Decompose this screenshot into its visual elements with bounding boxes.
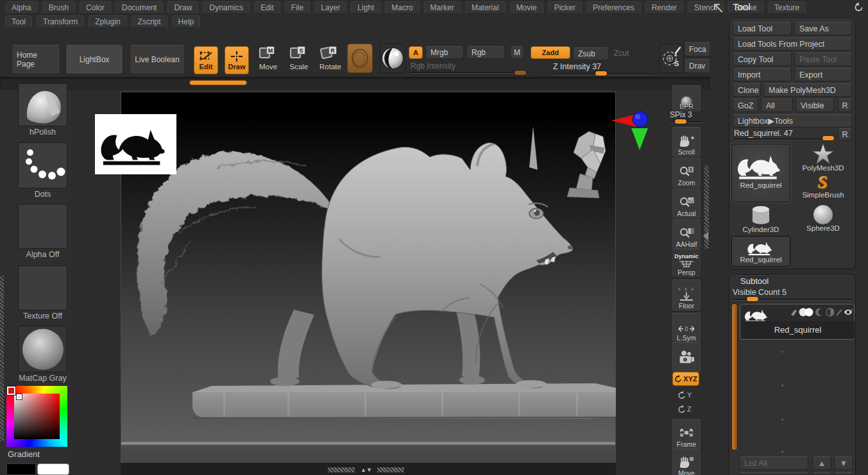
goz-button[interactable]: GoZ [733,99,758,112]
tool-item-polymesh3d[interactable]: PolyMesh3D [793,144,853,173]
divider-accent-handle[interactable] [189,80,247,85]
left-tray-scrollbar[interactable] [0,276,4,441]
draw-size-clipped[interactable]: Drav [684,59,710,73]
tool-item-red-squirrel-2[interactable]: Red_squirrel [731,236,790,267]
polypaint-brush-icon[interactable] [791,310,797,316]
menu-material[interactable]: Material [465,1,506,14]
subtool-row-selected[interactable]: Red_squirrel [740,304,855,340]
rgb-intensity-handle[interactable] [515,71,526,75]
menu-preferences[interactable]: Preferences [586,1,641,14]
current-brush-preview[interactable] [347,44,373,73]
primary-color-swatch[interactable] [37,463,69,475]
gutter-collapse-arrow[interactable] [703,232,708,240]
goz-all-button[interactable]: All [761,99,793,112]
list-all-button[interactable]: List All [739,456,808,470]
visibility-eye-icon[interactable] [844,309,852,315]
a-toggle[interactable]: A [409,46,423,59]
aahalf-button[interactable]: AAHalf [671,219,702,250]
menu-marker[interactable]: Marker [424,1,461,14]
current-material-preview[interactable] [380,44,405,73]
lightbox-button[interactable]: LightBox [65,45,123,74]
menu-macro[interactable]: Macro [385,1,419,14]
copy-tool-button[interactable]: Copy Tool [733,53,792,66]
subtool-down-button[interactable]: ▼ [834,456,853,470]
squirrel-body[interactable] [322,143,573,388]
menu-zplugin[interactable]: Zplugin [89,15,126,28]
goz-r-button[interactable]: R [838,99,852,112]
scroll-up-arrow[interactable]: ▲ [361,467,366,473]
alpha-thumbnail-off[interactable] [18,204,67,249]
lightbox-tools-button[interactable]: Lightbox▶Tools [733,114,852,128]
draw-mode-button[interactable]: Draw [225,46,249,74]
move-mode-button[interactable]: M Move [257,46,280,74]
menu-color[interactable]: Color [80,1,111,14]
tool-slider-handle[interactable] [822,136,834,140]
rgb-intensity-track[interactable] [411,72,530,73]
m-toggle[interactable]: M [510,46,524,59]
focal-shift-clipped[interactable]: Foca [684,42,710,56]
gizmo-sphere[interactable] [633,112,648,127]
lsym-button[interactable]: L.Sym [671,313,702,344]
export-button[interactable]: Export [794,68,852,81]
pen-icon[interactable] [837,310,842,315]
dynamic-persp-button[interactable]: Dynamic Persp [671,249,702,278]
merge-circle2-icon[interactable] [805,308,813,317]
goz-visible-button[interactable]: Visible [796,99,834,112]
make-polymesh3d-button[interactable]: Make PolyMesh3D [763,83,852,97]
color-picker-sv-square[interactable] [14,394,60,439]
canvas-hscroll-right[interactable] [377,467,405,473]
difference-icon[interactable] [815,308,825,316]
tool-slider-r-button[interactable]: R [838,128,852,140]
save-as-button[interactable]: Save As [794,22,852,35]
menu-alpha[interactable]: Alpha [5,1,38,14]
menu-file[interactable]: File [285,1,310,14]
color-picker[interactable] [6,386,67,447]
menu-document[interactable]: Document [115,1,164,14]
tool-item-simplebrush[interactable]: S SimpleBrush [793,174,853,204]
color-picker-cursor[interactable] [17,394,22,399]
menu-layer[interactable]: Layer [314,1,346,14]
menu-edit[interactable]: Edit [254,1,280,14]
picker-pointer-icon[interactable] [712,2,725,15]
subtool-up-button[interactable]: ▲ [812,456,831,470]
rgb-toggle[interactable]: Rgb [466,46,505,59]
scroll-button[interactable]: Scroll [671,127,702,158]
menu-transform[interactable]: Transform [37,15,84,28]
live-boolean-button[interactable]: Live Boolean [130,45,185,74]
stroke-thumbnail-dots[interactable] [18,142,67,188]
rotate-mode-button[interactable]: R Rotate [318,46,343,74]
gizmo-y-arrow[interactable] [631,128,648,150]
menu-draw[interactable]: Draw [167,1,198,14]
brush-thumbnail-hpolish[interactable] [18,83,67,126]
mrgb-toggle[interactable]: Mrgb [425,46,464,59]
menu-help[interactable]: Help [172,15,201,28]
reset-icon[interactable] [853,2,864,13]
subtool-scrollbar[interactable] [732,304,737,450]
canvas-hscroll-left[interactable] [327,467,355,473]
tool-item-sphere3d[interactable]: Sphere3D [793,205,853,235]
canvas-scroll-arrows[interactable]: ▲▼ [358,466,375,474]
menu-light[interactable]: Light [351,1,380,14]
tool-item-red-squirrel[interactable]: Red_squirrel [731,144,790,203]
secondary-color-swatch[interactable] [6,463,36,475]
actual-button[interactable]: x1 Actual [671,188,702,219]
home-page-button[interactable]: Home Page [12,45,60,74]
scroll-down-arrow[interactable]: ▼ [366,467,372,473]
visible-count-handle[interactable] [747,297,758,301]
rotate-z-button[interactable]: Z [677,403,695,415]
load-tool-button[interactable]: Load Tool [733,22,792,35]
paste-tool-button[interactable]: Paste Tool [794,53,852,66]
zcut-toggle[interactable]: Zcut [614,49,629,58]
bpr-button[interactable]: BPR [671,85,702,112]
intersect-icon[interactable] [826,308,834,316]
symmetry-brush-button[interactable]: S [660,44,684,73]
menu-dynamics[interactable]: Dynamics [203,1,250,14]
spix-handle[interactable] [675,119,686,124]
zsub-toggle[interactable]: Zsub [573,47,609,60]
edit-mode-button[interactable]: Edit [194,46,218,74]
move-canvas-button[interactable]: Move [671,449,702,475]
material-thumbnail-matcap-gray[interactable] [18,326,67,372]
menu-zscript[interactable]: Zscript [132,15,167,28]
scale-mode-button[interactable]: S Scale [287,46,311,74]
texture-thumbnail-off[interactable] [18,265,67,310]
